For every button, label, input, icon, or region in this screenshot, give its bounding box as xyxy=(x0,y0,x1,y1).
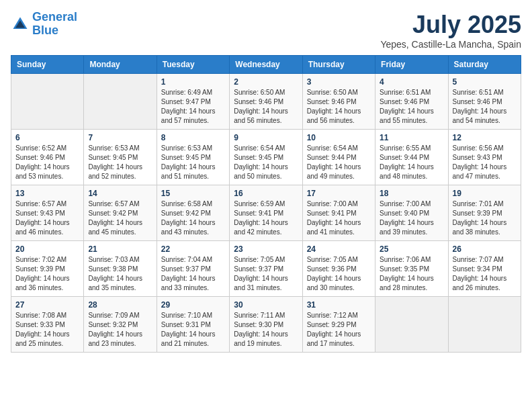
day-number: 18 xyxy=(380,189,443,198)
day-info: Sunrise: 6:53 AM Sunset: 9:45 PM Dayligh… xyxy=(88,144,152,181)
day-number: 13 xyxy=(15,189,79,198)
calendar-cell: 7Sunrise: 6:53 AM Sunset: 9:45 PM Daylig… xyxy=(84,130,157,185)
day-info: Sunrise: 6:53 AM Sunset: 9:45 PM Dayligh… xyxy=(161,144,225,181)
calendar-week-3: 13Sunrise: 6:57 AM Sunset: 9:43 PM Dayli… xyxy=(11,185,521,241)
calendar-title: July 2025 xyxy=(380,11,521,39)
day-number: 15 xyxy=(161,189,225,198)
calendar-cell: 17Sunrise: 7:00 AM Sunset: 9:41 PM Dayli… xyxy=(302,185,375,241)
day-number: 5 xyxy=(453,77,517,87)
day-number: 27 xyxy=(15,300,79,310)
day-info: Sunrise: 6:54 AM Sunset: 9:44 PM Dayligh… xyxy=(307,144,371,181)
day-number: 21 xyxy=(88,244,152,254)
day-number: 29 xyxy=(161,300,225,310)
calendar-week-5: 27Sunrise: 7:08 AM Sunset: 9:33 PM Dayli… xyxy=(11,297,521,353)
day-number: 4 xyxy=(380,77,443,87)
title-area: July 2025 Yepes, Castille-La Mancha, Spa… xyxy=(380,11,521,50)
day-info: Sunrise: 6:55 AM Sunset: 9:44 PM Dayligh… xyxy=(380,144,443,181)
weekday-header-friday: Friday xyxy=(375,56,448,74)
calendar-cell: 13Sunrise: 6:57 AM Sunset: 9:43 PM Dayli… xyxy=(11,185,84,241)
day-number: 23 xyxy=(234,244,298,254)
calendar-cell: 19Sunrise: 7:01 AM Sunset: 9:39 PM Dayli… xyxy=(448,185,521,241)
weekday-header-wednesday: Wednesday xyxy=(230,56,302,74)
calendar-table: SundayMondayTuesdayWednesdayThursdayFrid… xyxy=(11,55,521,353)
calendar-cell: 12Sunrise: 6:56 AM Sunset: 9:43 PM Dayli… xyxy=(448,130,521,185)
day-number: 7 xyxy=(88,133,152,142)
day-info: Sunrise: 7:02 AM Sunset: 9:39 PM Dayligh… xyxy=(15,255,79,293)
weekday-header-monday: Monday xyxy=(84,56,157,74)
day-info: Sunrise: 7:01 AM Sunset: 9:39 PM Dayligh… xyxy=(453,199,517,237)
calendar-cell: 31Sunrise: 7:12 AM Sunset: 9:29 PM Dayli… xyxy=(302,297,375,353)
day-info: Sunrise: 6:57 AM Sunset: 9:43 PM Dayligh… xyxy=(15,199,79,237)
logo-text: General Blue xyxy=(32,11,77,38)
calendar-cell xyxy=(448,297,521,353)
day-info: Sunrise: 6:52 AM Sunset: 9:46 PM Dayligh… xyxy=(15,144,79,181)
calendar-cell: 15Sunrise: 6:58 AM Sunset: 9:42 PM Dayli… xyxy=(157,185,229,241)
calendar-cell: 21Sunrise: 7:03 AM Sunset: 9:38 PM Dayli… xyxy=(84,241,157,297)
calendar-cell: 16Sunrise: 6:59 AM Sunset: 9:41 PM Dayli… xyxy=(230,185,302,241)
logo: General Blue xyxy=(11,11,77,38)
day-number: 2 xyxy=(234,77,298,87)
day-info: Sunrise: 7:00 AM Sunset: 9:40 PM Dayligh… xyxy=(380,199,443,237)
calendar-cell: 3Sunrise: 6:50 AM Sunset: 9:46 PM Daylig… xyxy=(302,74,375,130)
day-info: Sunrise: 7:10 AM Sunset: 9:31 PM Dayligh… xyxy=(161,311,225,349)
day-number: 28 xyxy=(88,300,152,310)
day-info: Sunrise: 6:50 AM Sunset: 9:46 PM Dayligh… xyxy=(234,88,298,126)
day-number: 3 xyxy=(307,77,371,87)
calendar-cell: 30Sunrise: 7:11 AM Sunset: 9:30 PM Dayli… xyxy=(230,297,302,353)
day-number: 9 xyxy=(234,133,298,142)
weekday-header-thursday: Thursday xyxy=(302,56,375,74)
page-header: General Blue July 2025 Yepes, Castille-L… xyxy=(11,11,521,50)
day-number: 10 xyxy=(307,133,371,142)
calendar-cell: 4Sunrise: 6:51 AM Sunset: 9:46 PM Daylig… xyxy=(375,74,448,130)
day-info: Sunrise: 6:50 AM Sunset: 9:46 PM Dayligh… xyxy=(307,88,371,126)
calendar-cell xyxy=(11,74,84,130)
day-number: 20 xyxy=(15,244,79,254)
day-number: 11 xyxy=(380,133,443,142)
day-number: 22 xyxy=(161,244,225,254)
day-number: 12 xyxy=(453,133,517,142)
calendar-cell: 28Sunrise: 7:09 AM Sunset: 9:32 PM Dayli… xyxy=(84,297,157,353)
day-info: Sunrise: 7:08 AM Sunset: 9:33 PM Dayligh… xyxy=(15,311,79,349)
day-info: Sunrise: 7:07 AM Sunset: 9:34 PM Dayligh… xyxy=(453,255,517,293)
calendar-cell: 1Sunrise: 6:49 AM Sunset: 9:47 PM Daylig… xyxy=(157,74,229,130)
calendar-week-1: 1Sunrise: 6:49 AM Sunset: 9:47 PM Daylig… xyxy=(11,74,521,130)
calendar-subtitle: Yepes, Castille-La Mancha, Spain xyxy=(380,39,521,50)
day-number: 25 xyxy=(380,244,443,254)
calendar-cell: 25Sunrise: 7:06 AM Sunset: 9:35 PM Dayli… xyxy=(375,241,448,297)
day-number: 6 xyxy=(15,133,79,142)
logo-icon xyxy=(11,15,30,34)
calendar-cell: 6Sunrise: 6:52 AM Sunset: 9:46 PM Daylig… xyxy=(11,130,84,185)
day-info: Sunrise: 7:04 AM Sunset: 9:37 PM Dayligh… xyxy=(161,255,225,293)
day-number: 24 xyxy=(307,244,371,254)
day-info: Sunrise: 6:51 AM Sunset: 9:46 PM Dayligh… xyxy=(380,88,443,126)
day-number: 8 xyxy=(161,133,225,142)
calendar-week-4: 20Sunrise: 7:02 AM Sunset: 9:39 PM Dayli… xyxy=(11,241,521,297)
day-info: Sunrise: 7:05 AM Sunset: 9:36 PM Dayligh… xyxy=(307,255,371,293)
weekday-header-sunday: Sunday xyxy=(11,56,84,74)
weekday-header-tuesday: Tuesday xyxy=(157,56,229,74)
day-info: Sunrise: 7:00 AM Sunset: 9:41 PM Dayligh… xyxy=(307,199,371,237)
calendar-cell: 20Sunrise: 7:02 AM Sunset: 9:39 PM Dayli… xyxy=(11,241,84,297)
calendar-cell: 26Sunrise: 7:07 AM Sunset: 9:34 PM Dayli… xyxy=(448,241,521,297)
day-number: 14 xyxy=(88,189,152,198)
day-number: 19 xyxy=(453,189,517,198)
day-info: Sunrise: 6:57 AM Sunset: 9:42 PM Dayligh… xyxy=(88,199,152,237)
day-info: Sunrise: 7:12 AM Sunset: 9:29 PM Dayligh… xyxy=(307,311,371,349)
calendar-cell: 5Sunrise: 6:51 AM Sunset: 9:46 PM Daylig… xyxy=(448,74,521,130)
calendar-cell: 2Sunrise: 6:50 AM Sunset: 9:46 PM Daylig… xyxy=(230,74,302,130)
calendar-body: 1Sunrise: 6:49 AM Sunset: 9:47 PM Daylig… xyxy=(11,74,521,353)
day-info: Sunrise: 6:56 AM Sunset: 9:43 PM Dayligh… xyxy=(453,144,517,181)
calendar-cell: 27Sunrise: 7:08 AM Sunset: 9:33 PM Dayli… xyxy=(11,297,84,353)
day-info: Sunrise: 7:11 AM Sunset: 9:30 PM Dayligh… xyxy=(234,311,298,349)
calendar-cell: 23Sunrise: 7:05 AM Sunset: 9:37 PM Dayli… xyxy=(230,241,302,297)
calendar-cell xyxy=(84,74,157,130)
day-info: Sunrise: 7:09 AM Sunset: 9:32 PM Dayligh… xyxy=(88,311,152,349)
day-info: Sunrise: 6:58 AM Sunset: 9:42 PM Dayligh… xyxy=(161,199,225,237)
calendar-cell: 11Sunrise: 6:55 AM Sunset: 9:44 PM Dayli… xyxy=(375,130,448,185)
day-info: Sunrise: 6:51 AM Sunset: 9:46 PM Dayligh… xyxy=(453,88,517,126)
day-info: Sunrise: 6:59 AM Sunset: 9:41 PM Dayligh… xyxy=(234,199,298,237)
calendar-cell xyxy=(375,297,448,353)
calendar-cell: 8Sunrise: 6:53 AM Sunset: 9:45 PM Daylig… xyxy=(157,130,229,185)
calendar-week-2: 6Sunrise: 6:52 AM Sunset: 9:46 PM Daylig… xyxy=(11,130,521,185)
weekday-header-saturday: Saturday xyxy=(448,56,521,74)
